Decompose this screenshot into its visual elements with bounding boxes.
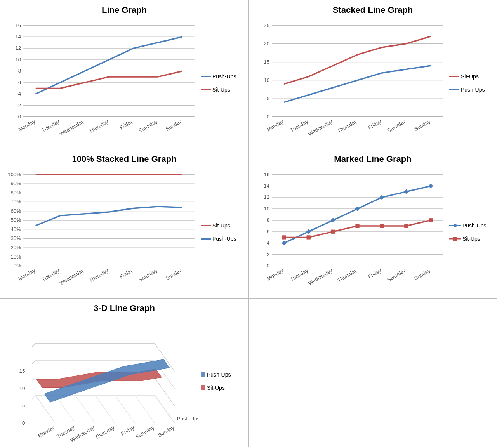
- svg-text:Thursday: Thursday: [88, 267, 109, 283]
- chart-svg: 0246810121416MondayTuesdayWednesdayThurs…: [252, 168, 447, 296]
- chart-panel-stacked: Stacked Line Graph0510152025MondayTuesda…: [249, 0, 497, 149]
- svg-text:0%: 0%: [14, 263, 21, 269]
- legend-item: Push-Ups: [201, 236, 245, 242]
- svg-text:60%: 60%: [10, 208, 21, 214]
- empty-panel: [249, 299, 497, 447]
- svg-text:6: 6: [267, 229, 269, 234]
- legend-item: Sit-Ups: [449, 73, 494, 80]
- svg-text:Tuesday: Tuesday: [41, 267, 61, 282]
- svg-text:Push-Ups: Push-Ups: [177, 416, 198, 422]
- legend: Sit-UpsPush-Ups: [447, 19, 494, 147]
- svg-line-125: [155, 378, 174, 406]
- legend-item: Push-Ups: [201, 73, 245, 80]
- svg-rect-107: [404, 224, 408, 228]
- chart-panel-marked: Marked Line Graph0246810121416MondayTues…: [249, 149, 497, 298]
- svg-marker-96: [306, 229, 311, 234]
- legend: Push-UpsSit-Ups: [198, 19, 245, 147]
- svg-line-123: [32, 395, 35, 399]
- svg-line-140: [95, 395, 115, 423]
- svg-text:10: 10: [19, 385, 25, 391]
- svg-text:2: 2: [267, 252, 269, 257]
- svg-text:Wednesday: Wednesday: [307, 118, 334, 137]
- svg-line-131: [32, 361, 35, 364]
- svg-text:8: 8: [18, 68, 21, 74]
- svg-text:Wednesday: Wednesday: [307, 267, 334, 286]
- svg-text:Friday: Friday: [118, 118, 134, 131]
- svg-text:0: 0: [18, 114, 21, 120]
- svg-text:16: 16: [15, 23, 21, 28]
- legend-label: Push-Ups: [212, 236, 236, 242]
- svg-text:4: 4: [18, 91, 21, 97]
- svg-text:10: 10: [264, 77, 269, 83]
- svg-text:40%: 40%: [10, 226, 21, 232]
- plot-area: 0510152025MondayTuesdayWednesdayThursday…: [252, 19, 447, 147]
- svg-text:0: 0: [267, 114, 269, 120]
- chart-title: 3-D Line Graph: [3, 303, 245, 313]
- legend-item: Sit-Ups: [201, 87, 245, 93]
- chart-title: Stacked Line Graph: [252, 5, 494, 15]
- chart-svg: 0%10%20%30%40%50%60%70%80%90%100%MondayT…: [3, 168, 198, 296]
- svg-line-135: [32, 344, 35, 347]
- chart-svg: 0246810121416MondayTuesdayWednesdayThurs…: [3, 19, 198, 147]
- chart-panel-3d: 3-D Line Graph051015MondayTuesdayWednesd…: [0, 299, 248, 447]
- svg-text:Saturday: Saturday: [137, 267, 158, 283]
- svg-rect-119: [453, 237, 457, 241]
- svg-text:Monday: Monday: [17, 267, 36, 282]
- svg-text:Sunday: Sunday: [165, 267, 183, 281]
- chart-title: Line Graph: [3, 5, 245, 15]
- svg-text:Sunday: Sunday: [413, 118, 431, 132]
- svg-text:Saturday: Saturday: [386, 118, 407, 134]
- plot-area: 0246810121416MondayTuesdayWednesdayThurs…: [252, 168, 447, 296]
- svg-marker-101: [428, 184, 433, 188]
- svg-text:Monday: Monday: [266, 118, 285, 133]
- chart-title: 100% Stacked Line Graph: [3, 154, 245, 164]
- svg-text:0: 0: [267, 263, 269, 269]
- svg-marker-95: [282, 241, 287, 245]
- svg-text:90%: 90%: [10, 181, 21, 186]
- svg-rect-108: [429, 218, 433, 222]
- svg-marker-99: [379, 195, 384, 200]
- svg-text:Saturday: Saturday: [137, 118, 158, 134]
- svg-rect-104: [331, 230, 335, 234]
- svg-text:70%: 70%: [10, 199, 21, 205]
- legend-label: Sit-Ups: [212, 222, 230, 229]
- chart-panel-line: Line Graph0246810121416MondayTuesdayWedn…: [0, 0, 248, 149]
- svg-text:2: 2: [18, 102, 21, 108]
- svg-marker-117: [453, 223, 457, 228]
- chart-title: Marked Line Graph: [252, 154, 494, 164]
- svg-text:Thursday: Thursday: [88, 118, 109, 134]
- svg-text:15: 15: [264, 59, 269, 65]
- svg-text:10: 10: [264, 206, 269, 212]
- legend-label: Sit-Ups: [461, 73, 479, 80]
- svg-text:Monday: Monday: [37, 424, 56, 439]
- svg-text:Monday: Monday: [17, 118, 36, 133]
- svg-text:Friday: Friday: [367, 118, 382, 131]
- svg-text:14: 14: [264, 183, 269, 189]
- svg-text:Tuesday: Tuesday: [41, 118, 61, 133]
- svg-text:6: 6: [18, 80, 21, 85]
- svg-marker-97: [330, 218, 335, 222]
- svg-text:Friday: Friday: [367, 267, 382, 280]
- legend-label: Sit-Ups: [207, 385, 225, 391]
- svg-text:12: 12: [264, 194, 269, 200]
- svg-text:Thursday: Thursday: [336, 118, 358, 134]
- svg-text:10%: 10%: [10, 254, 21, 260]
- legend-item: Sit-Ups: [201, 222, 245, 229]
- svg-text:25: 25: [264, 23, 269, 28]
- svg-rect-102: [282, 235, 286, 239]
- legend: Push-UpsSit-Ups: [447, 168, 494, 296]
- svg-marker-100: [404, 189, 408, 194]
- svg-line-141: [115, 395, 135, 423]
- svg-line-143: [155, 395, 174, 423]
- legend-item: Push-Ups: [201, 372, 245, 378]
- svg-text:Monday: Monday: [266, 267, 285, 282]
- chart-svg: 051015MondayTuesdayWednesdayThursdayFrid…: [3, 317, 198, 445]
- svg-text:Wednesday: Wednesday: [59, 267, 85, 286]
- legend-label: Push-Ups: [462, 222, 486, 229]
- charts-grid: Line Graph0246810121416MondayTuesdayWedn…: [0, 0, 497, 447]
- legend-item: Push-Ups: [449, 222, 494, 229]
- svg-rect-105: [355, 224, 359, 228]
- svg-text:14: 14: [15, 34, 21, 40]
- svg-text:20%: 20%: [10, 245, 21, 250]
- svg-text:10: 10: [15, 57, 21, 63]
